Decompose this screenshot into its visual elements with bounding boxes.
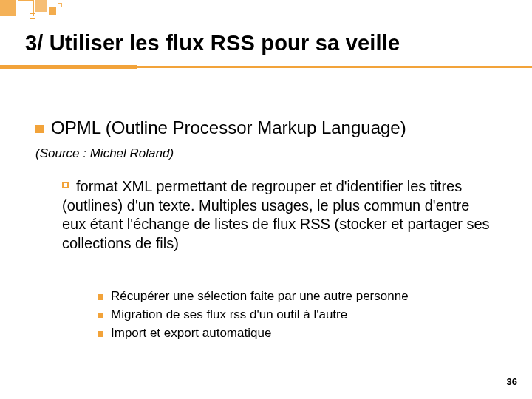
list-item: Import et export automatique <box>98 325 497 342</box>
list-item-text: Import et export automatique <box>111 326 271 340</box>
slide-title: 3/ Utiliser les flux RSS pour sa veille <box>25 31 400 55</box>
bullet-level1: OPML (Outline Processor Markup Language) <box>35 117 502 139</box>
corner-decoration <box>0 0 532 21</box>
list-item: Migration de ses flux rss d'un outil à l… <box>98 307 497 324</box>
square-bullet-icon <box>98 313 103 318</box>
square-bullet-icon <box>35 125 44 133</box>
square-bullet-icon <box>98 331 103 337</box>
page-number: 36 <box>507 376 517 387</box>
bullet-level1-text: OPML (Outline Processor Markup Language) <box>51 117 406 137</box>
list-item-text: Migration de ses flux rss d'un outil à l… <box>111 307 347 321</box>
source-line: (Source : Michel Roland) <box>35 146 502 161</box>
list-item: Récupérer une sélection faite par une au… <box>98 288 497 305</box>
bullet-level2-text: format XML permettant de regrouper et d'… <box>62 177 497 253</box>
bullet-level2: format XML permettant de regrouper et d'… <box>62 177 497 253</box>
list-item-text: Récupérer une sélection faite par une au… <box>111 289 409 303</box>
title-underline <box>0 66 532 68</box>
square-bullet-icon <box>98 294 103 300</box>
hollow-square-bullet-icon <box>62 182 69 188</box>
bullet-level3-list: Récupérer une sélection faite par une au… <box>98 288 497 344</box>
